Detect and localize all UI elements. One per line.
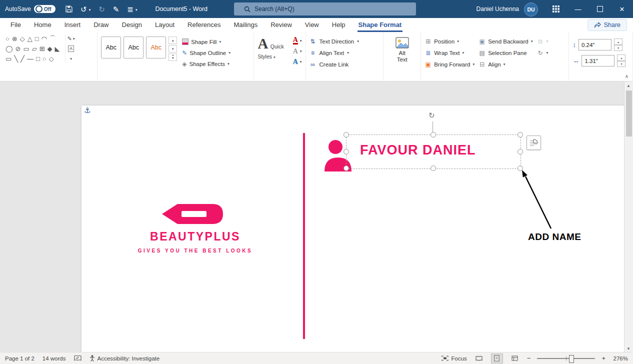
zoom-level[interactable]: 276% xyxy=(612,356,628,362)
tab-references[interactable]: References xyxy=(181,18,227,32)
selection-handle[interactable] xyxy=(344,149,349,154)
qat-customize-chevron-icon[interactable]: ▾ xyxy=(136,8,138,13)
selection-handle[interactable] xyxy=(344,132,349,138)
style-gallery-up-icon[interactable]: ▴ xyxy=(168,36,177,44)
page-indicator[interactable]: Page 1 of 2 xyxy=(5,356,34,362)
shape-style-preview[interactable]: Abc xyxy=(146,36,166,58)
shape-gallery-row[interactable]: ▭╲╱—□○◇ xyxy=(6,54,62,63)
alt-text-button[interactable]: Alt Text xyxy=(387,34,417,63)
user-name[interactable]: Daniel Uchenna xyxy=(476,6,519,12)
save-icon[interactable] xyxy=(66,6,72,12)
page[interactable]: ⚓ BEAUTYPLUS GIVES YOU THE BEST LOOKS FA… xyxy=(82,106,624,352)
brand-logo-tag-shape[interactable] xyxy=(160,202,224,226)
tab-mailings[interactable]: Mailings xyxy=(228,18,264,32)
shape-gallery-row[interactable]: ◯⊘▭▱⊞◆◣ xyxy=(6,44,62,53)
read-mode-button[interactable] xyxy=(474,354,484,363)
tab-view[interactable]: View xyxy=(298,18,326,32)
tab-help[interactable]: Help xyxy=(326,18,352,32)
wrap-text-button[interactable]: ≣ Wrap Text ▾ xyxy=(424,48,474,58)
tab-shape-format[interactable]: Shape Format xyxy=(352,18,408,32)
text-direction-button[interactable]: ⇅ Text Direction ▾ xyxy=(310,36,380,46)
shape-height-input[interactable] xyxy=(578,39,612,50)
shape-outline-button[interactable]: ✎ Shape Outline ▾ xyxy=(182,48,230,58)
layout-options-button[interactable] xyxy=(526,136,541,150)
quick-styles-button[interactable]: A Quick Styles ▾ xyxy=(258,36,289,66)
shape-width-input[interactable] xyxy=(582,55,614,66)
word-count[interactable]: 14 words xyxy=(42,356,66,362)
bring-forward-button[interactable]: ▣ Bring Forward ▾ xyxy=(424,60,474,69)
selection-handle[interactable] xyxy=(518,132,523,138)
tab-layout[interactable]: Layout xyxy=(148,18,181,32)
minimize-button[interactable]: — xyxy=(567,0,589,18)
width-step-down-icon[interactable]: ▾ xyxy=(617,61,626,68)
undo-icon[interactable]: ↺ xyxy=(80,6,87,13)
editor-icon[interactable]: ✎ xyxy=(113,6,120,13)
close-button[interactable]: ✕ xyxy=(611,0,633,18)
selection-bounding-box[interactable] xyxy=(346,134,521,169)
width-step-up-icon[interactable]: ▴ xyxy=(617,54,626,61)
proofing-icon[interactable] xyxy=(74,355,82,362)
print-layout-button[interactable] xyxy=(491,354,503,364)
focus-button[interactable]: Focus xyxy=(442,356,466,362)
autosave-toggle[interactable]: AutoSave Off xyxy=(5,5,56,13)
create-link-button[interactable]: ∞ Create Link xyxy=(310,60,380,69)
align-text-button[interactable]: ≡ Align Text ▾ xyxy=(310,48,380,58)
selection-handle[interactable] xyxy=(430,132,436,138)
selection-handle[interactable] xyxy=(518,149,523,154)
selection-pane-button[interactable]: ▤ Selection Pane xyxy=(478,48,532,58)
pink-divider-line[interactable] xyxy=(303,133,305,339)
text-outline-button[interactable]: A ▾ xyxy=(293,46,302,56)
send-backward-button[interactable]: ▣ Send Backward ▾ xyxy=(478,36,532,46)
selection-handle[interactable] xyxy=(430,166,436,171)
tab-design[interactable]: Design xyxy=(116,18,148,32)
shape-fill-button[interactable]: Shape Fill ▾ xyxy=(182,37,230,46)
zoom-slider-handle[interactable] xyxy=(569,355,574,363)
tab-draw[interactable]: Draw xyxy=(87,18,115,32)
rotate-handle-icon[interactable]: ↻ xyxy=(428,111,435,120)
brand-name-text[interactable]: BEAUTYPLUS xyxy=(112,230,279,244)
style-gallery-down-icon[interactable]: ▾ xyxy=(168,45,177,52)
selection-handle[interactable] xyxy=(518,166,523,171)
align-button[interactable]: ⊟ Align ▾ xyxy=(478,60,532,69)
tab-review[interactable]: Review xyxy=(264,18,298,32)
shape-style-preview[interactable]: Abc xyxy=(124,36,144,58)
height-step-up-icon[interactable]: ▴ xyxy=(614,38,622,45)
tab-home[interactable]: Home xyxy=(28,18,58,32)
style-gallery-more-icon[interactable]: ▾ xyxy=(168,54,177,61)
autosave-switch[interactable]: Off xyxy=(34,5,56,13)
scroll-down-icon[interactable]: ▼ xyxy=(624,344,632,352)
scrollbar-thumb[interactable] xyxy=(626,90,632,136)
accessibility-status[interactable]: Accessibility: Investigate xyxy=(90,355,160,362)
zoom-in-button[interactable]: + xyxy=(602,354,606,362)
tab-file[interactable]: File xyxy=(4,18,28,32)
rotate-objects-button[interactable]: ↻ ▾ xyxy=(537,48,548,58)
shape-effects-button[interactable]: ◈ Shape Effects ▾ xyxy=(182,59,230,68)
height-step-down-icon[interactable]: ▾ xyxy=(614,45,622,52)
vertical-scrollbar[interactable]: ▲ ▼ xyxy=(624,82,633,352)
shape-gallery[interactable]: ○⊗◇△□◠⌒ ◯⊘▭▱⊞◆◣ ▭╲╱—□○◇ xyxy=(6,34,62,63)
shapes-more-button[interactable]: ▾ xyxy=(68,54,75,63)
scroll-up-icon[interactable]: ▲ xyxy=(624,82,632,90)
collapse-ribbon-icon[interactable]: ∧ xyxy=(625,74,628,79)
shape-style-preview[interactable]: Abc xyxy=(101,36,121,58)
brand-tagline-text[interactable]: GIVES YOU THE BEST LOOKS xyxy=(112,248,279,254)
edit-shape-button[interactable]: ✎ ▾ xyxy=(68,34,75,43)
shape-gallery-row[interactable]: ○⊗◇△□◠⌒ xyxy=(6,34,62,43)
list-icon[interactable]: ≣ xyxy=(127,6,134,13)
position-button[interactable]: ⊞ Position ▾ xyxy=(424,36,474,46)
ribbon-display-options-icon[interactable] xyxy=(545,0,567,18)
chevron-down-icon: ▾ xyxy=(228,62,230,66)
undo-chevron-icon[interactable]: ▾ xyxy=(89,8,91,13)
zoom-out-button[interactable]: − xyxy=(527,354,531,362)
share-button[interactable]: Share xyxy=(588,19,627,31)
text-effects-button[interactable]: A ▾ xyxy=(293,57,302,66)
selection-handle[interactable] xyxy=(344,166,349,171)
text-box-button[interactable]: A xyxy=(68,44,75,53)
zoom-slider[interactable] xyxy=(537,358,595,359)
maximize-button[interactable] xyxy=(589,0,611,18)
web-layout-button[interactable] xyxy=(510,354,520,363)
text-fill-button[interactable]: A ▾ xyxy=(293,36,302,46)
tab-insert[interactable]: Insert xyxy=(58,18,88,32)
search-box[interactable]: Search (Alt+Q) xyxy=(234,2,416,16)
avatar[interactable]: DU xyxy=(524,2,538,16)
